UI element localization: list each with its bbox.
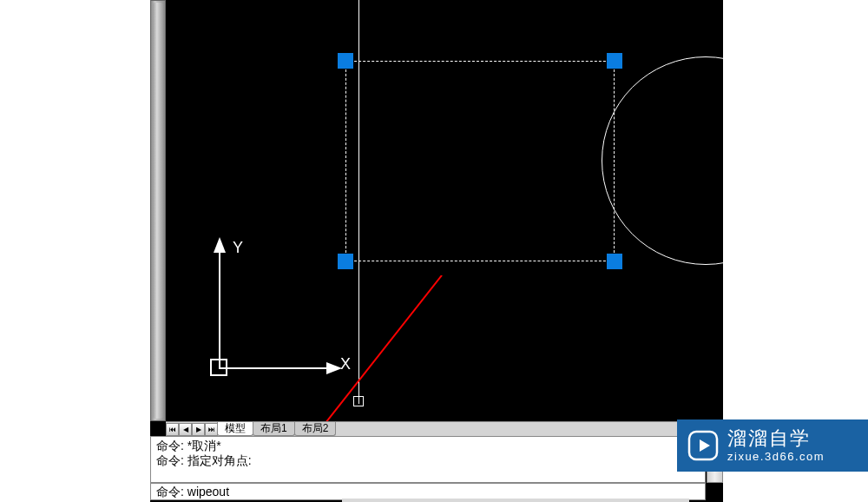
tab-layout2[interactable]: 布局2 bbox=[294, 422, 337, 436]
ucs-y-arrowhead bbox=[214, 237, 226, 253]
circle-entity[interactable] bbox=[602, 56, 810, 265]
tab-nav-next[interactable]: ▶ bbox=[192, 423, 205, 436]
grip-top-right[interactable] bbox=[607, 53, 622, 69]
ucs-icon: Y X bbox=[194, 239, 333, 400]
ucs-y-axis bbox=[219, 239, 220, 367]
cad-app-frame: Y X ⏮ ◀ ▶ ⏭ 模型 布局1 布局2 命令: *取消* 命令: 指定对角… bbox=[150, 0, 723, 502]
command-line[interactable]: 命令: bbox=[150, 483, 706, 500]
history-line-2: 命令: 指定对角点: bbox=[156, 453, 700, 468]
ucs-x-axis bbox=[219, 367, 330, 369]
vertical-scrollbar[interactable] bbox=[150, 0, 166, 421]
play-icon bbox=[687, 430, 719, 461]
watermark-title: 溜溜自学 bbox=[727, 427, 825, 450]
drawing-canvas[interactable]: Y X bbox=[166, 0, 723, 421]
tab-model[interactable]: 模型 bbox=[217, 422, 253, 436]
grip-top-left[interactable] bbox=[338, 53, 353, 69]
crosshair-pickbox bbox=[353, 396, 364, 406]
layout-tabs-row: ⏮ ◀ ▶ ⏭ 模型 布局1 布局2 bbox=[166, 421, 723, 436]
grip-bottom-left[interactable] bbox=[338, 254, 353, 269]
selected-rectangle[interactable] bbox=[345, 61, 615, 261]
ucs-x-label: X bbox=[340, 355, 351, 373]
tab-nav-prev[interactable]: ◀ bbox=[179, 423, 192, 436]
ucs-y-label: Y bbox=[233, 239, 243, 257]
svg-marker-3 bbox=[700, 439, 710, 452]
history-line-1: 命令: *取消* bbox=[156, 439, 700, 453]
watermark-url: zixue.3d66.com bbox=[727, 450, 825, 464]
ucs-origin-box bbox=[210, 359, 227, 376]
command-input[interactable] bbox=[187, 485, 700, 499]
command-prompt: 命令: bbox=[156, 485, 187, 499]
tab-nav-last[interactable]: ⏭ bbox=[205, 423, 218, 436]
tab-nav-first[interactable]: ⏮ bbox=[166, 423, 179, 436]
tab-layout1[interactable]: 布局1 bbox=[253, 422, 295, 436]
grip-bottom-right[interactable] bbox=[607, 254, 622, 269]
watermark-text: 溜溜自学 zixue.3d66.com bbox=[727, 427, 825, 464]
watermark-badge: 溜溜自学 zixue.3d66.com bbox=[677, 419, 868, 472]
status-bar-hint bbox=[342, 499, 689, 502]
command-history: 命令: *取消* 命令: 指定对角点: bbox=[150, 436, 706, 483]
